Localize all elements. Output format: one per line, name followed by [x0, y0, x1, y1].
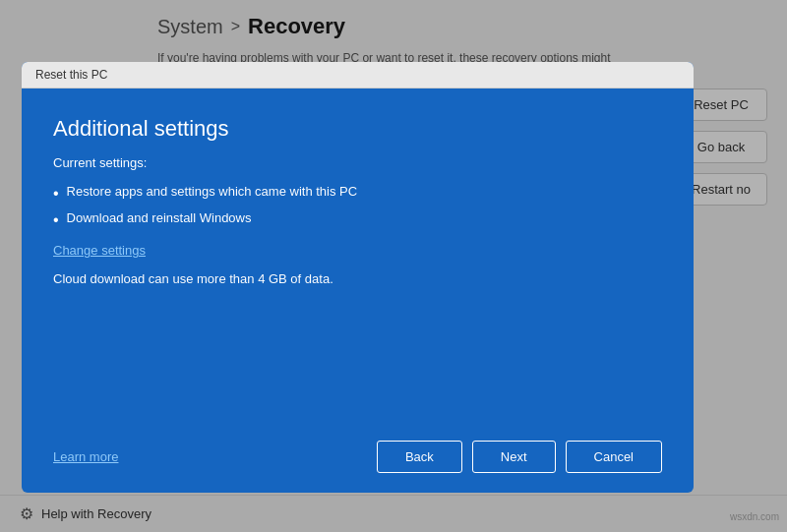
list-item-restore-text: Restore apps and settings which came wit…: [67, 184, 358, 199]
back-button[interactable]: Back: [377, 441, 462, 473]
cloud-note: Cloud download can use more than 4 GB of…: [53, 271, 662, 286]
dialog-title: Additional settings: [53, 116, 662, 142]
additional-settings-dialog: Reset this PC Additional settings Curren…: [22, 62, 694, 493]
list-item-download-text: Download and reinstall Windows: [67, 210, 252, 225]
list-item-restore: Restore apps and settings which came wit…: [53, 184, 662, 203]
change-settings-link[interactable]: Change settings: [53, 243, 662, 258]
next-button[interactable]: Next: [472, 441, 556, 473]
learn-more-link[interactable]: Learn more: [53, 449, 118, 464]
current-settings-label: Current settings:: [53, 155, 662, 170]
dialog-body: Additional settings Current settings: Re…: [22, 89, 694, 425]
dialog-footer: Learn more Back Next Cancel: [22, 425, 694, 493]
footer-buttons: Back Next Cancel: [377, 441, 662, 473]
list-item-download: Download and reinstall Windows: [53, 210, 662, 229]
settings-list: Restore apps and settings which came wit…: [53, 184, 662, 229]
dialog-titlebar: Reset this PC: [22, 62, 694, 89]
cancel-button[interactable]: Cancel: [566, 441, 662, 473]
